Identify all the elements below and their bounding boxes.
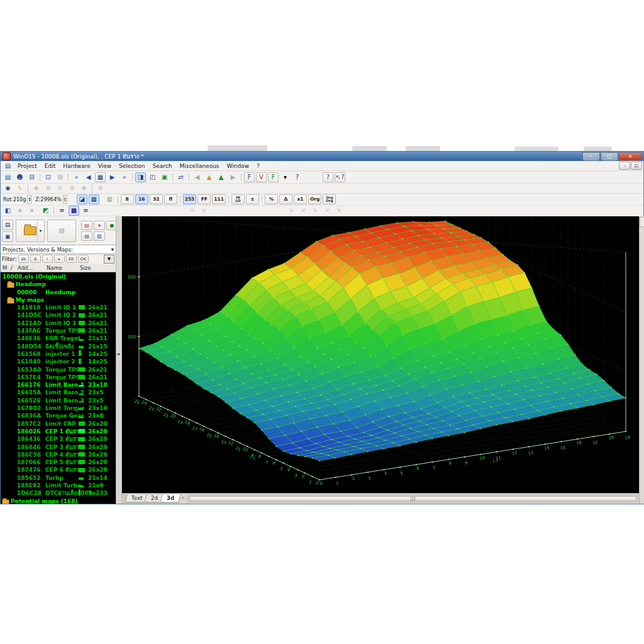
disabled-close-icon-7[interactable]: ×	[334, 206, 345, 216]
previous-map-button[interactable]: ◀	[83, 172, 94, 182]
print-icon[interactable]: ⊟	[26, 172, 37, 182]
menu-project[interactable]: Project	[14, 162, 41, 170]
zoom-fit-icon[interactable]: ⊛	[79, 184, 89, 192]
axis-list2-icon[interactable]: ≡	[80, 206, 91, 216]
width-32bit-button[interactable]: 32	[150, 194, 163, 204]
picture-icon[interactable]: ▨	[94, 231, 105, 241]
folder-row[interactable]: Hexdump	[1, 280, 116, 288]
map-row-166176[interactable]: 166176Limit Baro 123x10	[1, 381, 116, 389]
compare-original-button[interactable]: Org Org	[323, 194, 336, 204]
map-row-148E36[interactable]: 148E36EGR Traget21x11	[1, 335, 116, 342]
zoom-selection-icon[interactable]: ⊙	[55, 184, 65, 192]
axis-list-icon[interactable]: ≡	[57, 206, 67, 216]
minimize-button[interactable]: –	[582, 152, 600, 161]
menu-hardware[interactable]: Hardware	[59, 162, 94, 170]
map-row-187066[interactable]: 187066CEP 5 ดันราง26x20	[1, 458, 116, 466]
disabled-close-icon-5[interactable]: ×	[310, 206, 321, 216]
menu--[interactable]: ?	[253, 162, 264, 170]
view-grid-button[interactable]: ▦	[89, 194, 99, 204]
user-icon[interactable]: ☻	[14, 172, 25, 182]
map-row-141918[interactable]: 141918Limit IQ 126x21	[1, 304, 116, 311]
spin-down-icon[interactable]: ▼	[28, 199, 30, 202]
zoom-reset-icon[interactable]: ⊘	[67, 184, 77, 192]
help-button[interactable]: ?	[323, 172, 333, 182]
menu-edit[interactable]: Edit	[41, 162, 59, 170]
bar-chart-icon[interactable]: ◧	[3, 206, 13, 216]
filter-kk-button[interactable]: KK	[66, 255, 77, 263]
disabled-close-icon-3[interactable]: ×	[286, 206, 297, 216]
preview-window-button[interactable]: ◰	[147, 172, 158, 182]
signed-button[interactable]: ±	[246, 194, 259, 204]
rotation-spinner[interactable]: ▲▼	[27, 195, 31, 204]
family-f2-button[interactable]: F	[268, 172, 279, 182]
new-project-icon[interactable]: ▤	[3, 172, 13, 182]
horizontal-scrollbar[interactable]	[188, 495, 638, 502]
original-button[interactable]: Org	[308, 194, 321, 204]
hexdump-row[interactable]: 00000Hexdump	[1, 289, 116, 296]
surface-canvas[interactable]	[122, 216, 639, 493]
panel-splitter[interactable]: ◄	[116, 216, 122, 504]
pan-icon[interactable]: ⊜	[95, 184, 106, 192]
menu-view[interactable]: View	[94, 162, 115, 170]
map-row-16635A[interactable]: 16635ALimit Baro 223x5	[1, 389, 116, 396]
map-row-185652[interactable]: 185652Turbp21x14	[1, 474, 116, 482]
panel-mode-combo[interactable]: Projects, Versions & Maps: ▼	[1, 245, 116, 254]
color-map-button[interactable]: ■	[69, 206, 79, 216]
title-bar[interactable]: WinO1S - 10008.ols (Original), , CEP 1 ด…	[1, 152, 643, 161]
map-row-1421A0[interactable]: 1421A0Limit IQ 326x21	[1, 319, 116, 327]
factor-button[interactable]: x1	[294, 194, 307, 204]
family-dropdown[interactable]: ▾	[280, 172, 291, 182]
context-help-button[interactable]: ↖?	[335, 172, 345, 182]
view-alt-button[interactable]: ▦	[104, 194, 115, 204]
eye-icon[interactable]: ◉	[3, 184, 13, 192]
lightning-icon[interactable]: ϟ	[14, 184, 25, 192]
tab-3d[interactable]: 3d	[160, 494, 180, 502]
disabled-close-icon-2[interactable]: ×	[199, 206, 209, 216]
map-row-1D6C28[interactable]: 1D6C28DTCผ่านเลือก0895x233	[1, 489, 116, 497]
column-header-name[interactable]: Name	[45, 265, 78, 271]
column-header-m[interactable]: M	[1, 265, 9, 271]
quick-help-icon[interactable]: ?	[292, 172, 303, 182]
display-hex-button[interactable]: FF	[197, 194, 211, 204]
right-strip-button[interactable]	[640, 217, 644, 227]
child-restore-button[interactable]: ◱	[631, 162, 642, 170]
upload-icon[interactable]: ▲	[216, 172, 226, 182]
map-row-161840[interactable]: 161840injertor 214x25	[1, 358, 116, 365]
family-f-button[interactable]: F	[244, 172, 255, 182]
column-header-[interactable]: /	[9, 265, 16, 271]
export-icon[interactable]: ▤	[81, 231, 92, 241]
menu-search[interactable]: Search	[149, 162, 176, 170]
menu-window[interactable]: Window	[223, 162, 253, 170]
version-v-button[interactable]: V	[256, 172, 267, 182]
map-grid-button[interactable]: ▦	[95, 172, 106, 182]
next-map-button[interactable]: ▶	[107, 172, 118, 182]
display-binary-button[interactable]: 111	[212, 194, 226, 204]
collapse-panel-icon[interactable]: ◄	[116, 352, 119, 357]
scrollbar-thumb[interactable]	[189, 496, 636, 501]
swap-versions-icon[interactable]: ⇄	[175, 172, 186, 182]
save-icon[interactable]: ▣	[2, 231, 13, 242]
map-row-143FA6[interactable]: 143FA6Torqur TPS126x21	[1, 327, 116, 335]
map-row-1657E4[interactable]: 1657E4Torqur TPS326x21	[1, 374, 116, 381]
map-row-167B02[interactable]: 167B02Limit Torqur23x10	[1, 404, 116, 412]
panel-layout-button[interactable]: ◨	[135, 172, 146, 182]
map-row-186C56[interactable]: 186C56CEP 4 ดันราง26x20	[1, 451, 116, 458]
disabled-close-icon-4[interactable]: ×	[298, 206, 309, 216]
open-project-button[interactable]: ▼	[16, 219, 45, 242]
map-row-1857C2[interactable]: 1857C2Limit CRP26x20	[1, 420, 116, 428]
spray-icon[interactable]: ∗	[26, 206, 37, 216]
wizard-icon[interactable]: ∗	[94, 221, 105, 230]
width-8bit-button[interactable]: 8	[121, 194, 134, 204]
filter-ok-button[interactable]: OK	[78, 255, 89, 263]
new-version-icon[interactable]: ▤	[2, 219, 13, 230]
display-decimal-button[interactable]: 255	[183, 194, 197, 204]
history-back-button[interactable]: ◀	[192, 172, 203, 182]
disabled-close-icon-6[interactable]: ×	[322, 206, 333, 216]
delta-button[interactable]: Δ	[279, 194, 292, 204]
checksum-icon[interactable]: ▲	[204, 172, 214, 182]
project-root-row[interactable]: 10008.ols (Original)	[1, 273, 116, 280]
filter-run-button[interactable]: ▸	[54, 255, 65, 263]
map-row-166526[interactable]: 166526Limit Baro 323x5	[1, 397, 116, 404]
filter-dropdown-button[interactable]: ▼	[104, 255, 114, 264]
byte-order-button[interactable]: HI LO	[231, 194, 245, 204]
